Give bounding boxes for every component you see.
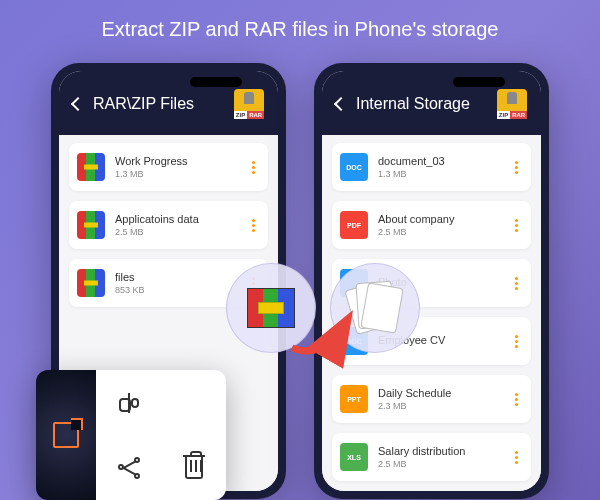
file-size: 2.3 MB bbox=[378, 401, 499, 411]
file-menu-button[interactable] bbox=[509, 451, 523, 464]
rename-icon bbox=[117, 395, 141, 411]
file-row[interactable]: XLSSalary distribution2.5 MB bbox=[332, 433, 531, 481]
extract-button[interactable] bbox=[36, 370, 96, 500]
file-name: Daily Schedule bbox=[378, 387, 499, 399]
share-icon bbox=[118, 457, 140, 479]
file-name: Applicatoins data bbox=[115, 213, 236, 225]
file-menu-button[interactable] bbox=[246, 219, 260, 232]
file-size: 2.5 MB bbox=[378, 459, 499, 469]
file-menu-button[interactable] bbox=[246, 161, 260, 174]
delete-button[interactable] bbox=[161, 435, 226, 500]
extract-arrow-icon bbox=[284, 300, 364, 370]
action-panel bbox=[36, 370, 226, 500]
share-button[interactable] bbox=[96, 435, 161, 500]
file-size: 1.3 MB bbox=[115, 169, 236, 179]
pdf-file-icon: PDF bbox=[340, 211, 368, 239]
doc-file-icon: DOC bbox=[340, 153, 368, 181]
file-menu-button[interactable] bbox=[509, 161, 523, 174]
trash-icon bbox=[185, 457, 203, 479]
extract-icon bbox=[53, 422, 79, 448]
phone-right-header: Internal Storage ZIP RAR bbox=[322, 71, 541, 135]
rename-button[interactable] bbox=[96, 370, 161, 435]
file-row[interactable]: PPTDaily Schedule2.3 MB bbox=[332, 375, 531, 423]
empty-action bbox=[161, 370, 226, 435]
file-size: 2.5 MB bbox=[115, 227, 236, 237]
page-title: Internal Storage bbox=[356, 95, 487, 113]
file-name: document_03 bbox=[378, 155, 499, 167]
file-menu-button[interactable] bbox=[509, 219, 523, 232]
phone-notch bbox=[453, 77, 505, 87]
app-logo-icon: ZIP RAR bbox=[234, 89, 264, 119]
file-size: 2.5 MB bbox=[378, 227, 499, 237]
rar-file-icon bbox=[77, 153, 105, 181]
file-size: 853 KB bbox=[115, 285, 236, 295]
file-name: About company bbox=[378, 213, 499, 225]
headline: Extract ZIP and RAR files in Phone's sto… bbox=[0, 0, 600, 63]
file-size: 1.3 MB bbox=[378, 169, 499, 179]
file-menu-button[interactable] bbox=[509, 335, 523, 348]
page-title: RAR\ZIP Files bbox=[93, 95, 224, 113]
back-icon[interactable] bbox=[71, 97, 85, 111]
file-row[interactable]: Work Progress1.3 MB bbox=[69, 143, 268, 191]
rar-file-icon bbox=[77, 211, 105, 239]
file-name: Salary distribution bbox=[378, 445, 499, 457]
file-row[interactable]: DOCdocument_031.3 MB bbox=[332, 143, 531, 191]
file-row[interactable]: Applicatoins data2.5 MB bbox=[69, 201, 268, 249]
file-menu-button[interactable] bbox=[509, 393, 523, 406]
rar-file-icon bbox=[77, 269, 105, 297]
xls-file-icon: XLS bbox=[340, 443, 368, 471]
phone-notch bbox=[190, 77, 242, 87]
phone-left-header: RAR\ZIP Files ZIP RAR bbox=[59, 71, 278, 135]
ppt-file-icon: PPT bbox=[340, 385, 368, 413]
file-menu-button[interactable] bbox=[509, 277, 523, 290]
file-name: Work Progress bbox=[115, 155, 236, 167]
file-name: files bbox=[115, 271, 236, 283]
app-logo-icon: ZIP RAR bbox=[497, 89, 527, 119]
back-icon[interactable] bbox=[334, 97, 348, 111]
file-row[interactable]: PDFAbout company2.5 MB bbox=[332, 201, 531, 249]
